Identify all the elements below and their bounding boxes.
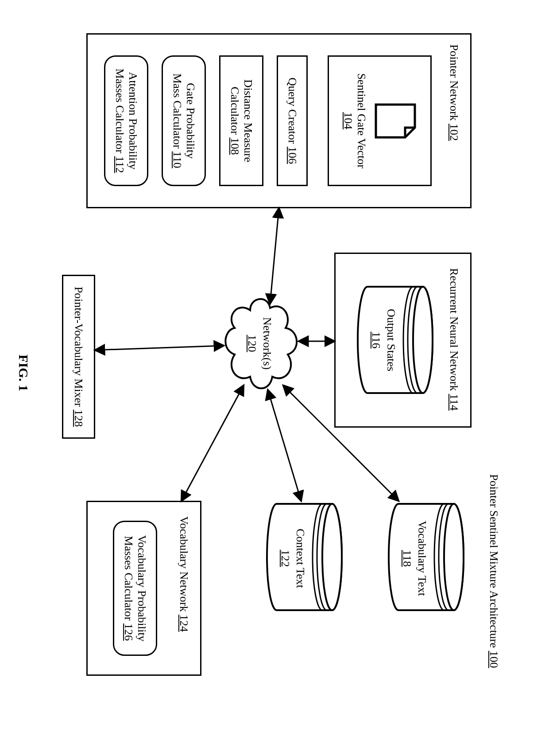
pointer-vocabulary-mixer: Pointer-Vocabulary Mixer 128	[62, 275, 95, 439]
pointer-network-num: 102	[448, 124, 460, 141]
diagram-title-num: 100	[487, 651, 500, 668]
svg-point-5	[322, 504, 342, 610]
gpmc-num: 110	[171, 152, 184, 168]
distance-measure-calculator: Distance Measure Calculator 108	[219, 55, 263, 186]
gpmc-line2: Mass Calculator	[171, 73, 184, 148]
apmc-line1: Attention Probability	[126, 72, 139, 169]
attention-probability-masses-calculator: Attention Probability Masses Calculator …	[104, 55, 148, 186]
page-icon	[374, 102, 418, 140]
pvm-label: Pointer-Vocabulary Mixer	[73, 287, 85, 407]
pvm-num: 128	[73, 409, 85, 427]
svg-line-9	[268, 390, 301, 501]
diagram-title: Pointer Sentinel Mixture Architecture	[487, 474, 500, 648]
vocabulary-text-num: 118	[399, 550, 414, 567]
query-creator-label: Query Creator	[286, 78, 299, 144]
sentinel-gate-vector-num: 104	[342, 112, 355, 129]
gpmc-line1: Gate Probability	[184, 83, 197, 159]
output-states-label: Output States	[383, 301, 398, 379]
query-creator-num: 106	[286, 147, 299, 164]
rnn-title: Recurrent Neural Network	[448, 268, 460, 391]
rnn-num: 114	[448, 394, 460, 411]
dmc-num: 108	[228, 137, 241, 155]
context-text-num: 122	[278, 550, 293, 567]
svg-line-11	[95, 346, 224, 350]
query-creator: Query Creator 106	[277, 55, 308, 186]
vpmc-line1: Vocabulary Probability	[135, 535, 148, 642]
apmc-num: 112	[113, 156, 126, 173]
gate-probability-mass-calculator: Gate Probability Mass Calculator 110	[162, 55, 206, 186]
vocabulary-probability-masses-calculator: Vocabulary Probability Masses Calculator…	[113, 521, 157, 656]
svg-point-1	[413, 287, 433, 393]
svg-line-6	[270, 208, 279, 304]
vocabulary-network-num: 124	[178, 615, 190, 632]
network-label: Network(s)	[259, 315, 274, 372]
vocabulary-network-title: Vocabulary Network	[178, 516, 190, 612]
svg-point-3	[444, 504, 464, 610]
context-text-label: Context Text	[293, 521, 308, 596]
sentinel-gate-vector: Sentinel Gate Vector 104	[328, 55, 432, 186]
output-states-num: 116	[368, 331, 383, 348]
vocabulary-text-label: Vocabulary Text	[414, 514, 429, 603]
vpmc-line2: Masses Calculator	[122, 536, 135, 620]
vpmc-num: 126	[122, 624, 135, 641]
sentinel-gate-vector-label: Sentinel Gate Vector	[356, 73, 368, 168]
svg-line-10	[182, 386, 244, 501]
dmc-line1: Distance Measure	[241, 79, 255, 162]
network-num: 120	[244, 335, 259, 352]
figure-caption: FIG. 1	[16, 355, 31, 391]
pointer-network-title: Pointer Network	[448, 44, 460, 121]
apmc-line2: Masses Calculator	[113, 69, 126, 153]
dmc-line2: Calculator	[228, 87, 241, 135]
